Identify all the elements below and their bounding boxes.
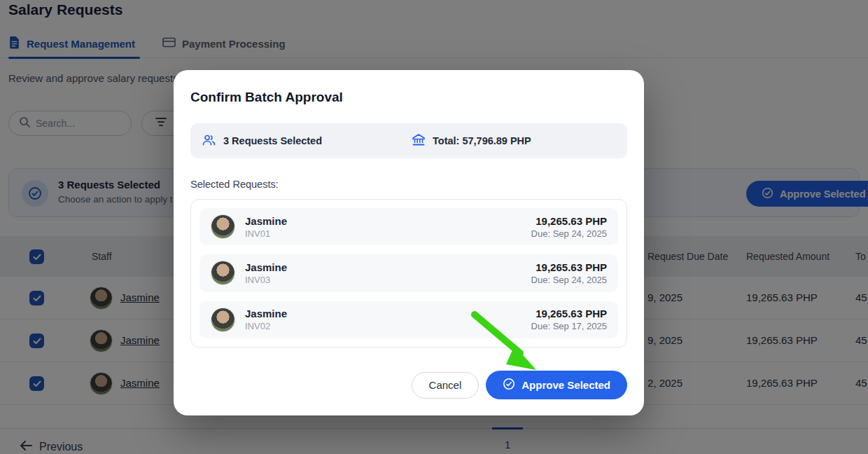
- confirm-batch-approval-modal: Confirm Batch Approval 3 Requests Select…: [174, 70, 644, 415]
- request-list-item: Jasmine INV02 19,265.63 PHP Due: Sep 17,…: [200, 301, 618, 338]
- staff-avatar: [211, 308, 235, 332]
- selected-requests-list: Jasmine INV01 19,265.63 PHP Due: Sep 24,…: [190, 199, 627, 348]
- modal-footer: Cancel Approve Selected: [412, 371, 627, 399]
- request-amount: 19,265.63 PHP: [531, 261, 607, 273]
- summary-count-label: 3 Requests Selected: [223, 135, 322, 146]
- request-invoice-code: INV03: [245, 275, 287, 285]
- request-amount: 19,265.63 PHP: [531, 308, 607, 319]
- staff-avatar: [211, 214, 235, 239]
- summary-total: Total: 57,796.89 PHP: [412, 133, 531, 149]
- request-list-item: Jasmine INV01 19,265.63 PHP Due: Sep 24,…: [200, 208, 618, 245]
- selected-requests-label: Selected Requests:: [190, 179, 279, 190]
- request-due-date: Due: Sep 24, 2025: [531, 275, 607, 285]
- approve-selected-button[interactable]: Approve Selected: [486, 371, 627, 399]
- bank-icon: [412, 133, 426, 149]
- request-staff-name: Jasmine: [245, 308, 287, 319]
- request-due-date: Due: Sep 17, 2025: [531, 321, 607, 331]
- staff-avatar: [211, 261, 235, 285]
- cancel-button[interactable]: Cancel: [412, 372, 479, 399]
- summary-selected-count: 3 Requests Selected: [202, 134, 412, 149]
- request-list-item: Jasmine INV03 19,265.63 PHP Due: Sep 24,…: [200, 254, 618, 291]
- users-icon: [202, 134, 216, 149]
- request-amount: 19,265.63 PHP: [531, 215, 607, 227]
- request-staff-name: Jasmine: [245, 215, 287, 227]
- request-due-date: Due: Sep 24, 2025: [531, 228, 607, 239]
- button-label: Approve Selected: [522, 379, 610, 391]
- summary-total-label: Total: 57,796.89 PHP: [433, 135, 531, 146]
- modal-title: Confirm Batch Approval: [190, 90, 343, 105]
- check-circle-icon: [503, 378, 515, 392]
- request-invoice-code: INV02: [245, 321, 287, 331]
- request-staff-name: Jasmine: [245, 261, 287, 273]
- summary-bar: 3 Requests Selected Total: 57,796.89 PHP: [190, 123, 627, 158]
- request-invoice-code: INV01: [245, 228, 287, 239]
